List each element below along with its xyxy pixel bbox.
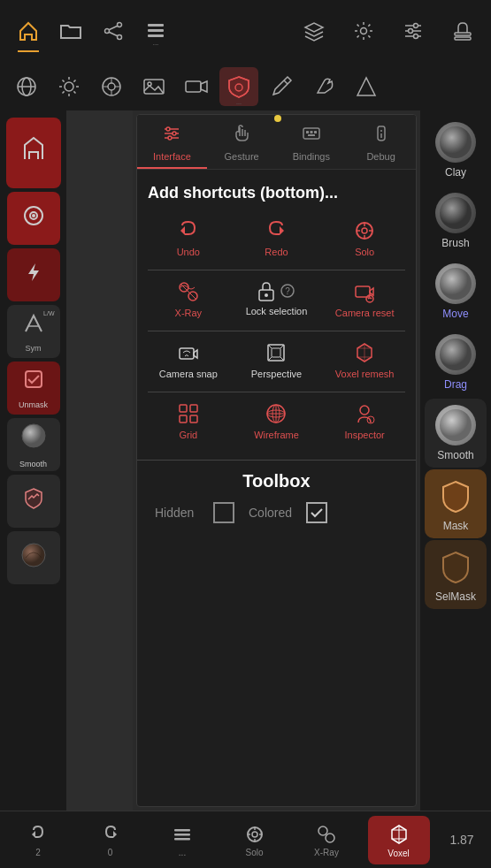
svg-rect-99 [174, 834, 190, 836]
brush-right-btn[interactable]: Brush [425, 187, 487, 255]
svg-point-2 [118, 35, 122, 40]
voxel-remesh-label: Voxel remesh [335, 369, 395, 379]
svg-text:?: ? [286, 286, 291, 296]
shortcut-solo[interactable]: Solo [324, 213, 405, 263]
sphere-left-btn[interactable] [7, 531, 60, 584]
tab-debug[interactable]: Debug [346, 115, 416, 169]
top-toolbar-right [296, 13, 480, 49]
layers-stack-icon[interactable] [296, 13, 332, 49]
svg-rect-15 [455, 33, 471, 35]
lock-selection-label: Lock selection [246, 306, 308, 316]
svg-point-70 [265, 293, 268, 297]
shortcut-redo[interactable]: Redo [236, 213, 318, 263]
svg-rect-100 [174, 838, 190, 841]
globe-tool-btn[interactable] [7, 67, 46, 106]
redo-bottom-btn[interactable]: 0 [80, 816, 142, 864]
undo-bottom-btn[interactable]: 2 [7, 816, 69, 864]
filter-sliders-icon[interactable] [395, 13, 431, 49]
brush-label: Brush [441, 237, 469, 249]
menu-bottom-btn[interactable]: ... [151, 816, 213, 864]
voxel-bottom-btn[interactable]: Voxel [368, 816, 430, 864]
xray-bottom-btn[interactable]: X-Ray [295, 816, 357, 864]
shortcut-camera-snap[interactable]: Camera snap [148, 335, 229, 385]
svg-rect-35 [144, 80, 164, 94]
toolbox-title: Toolbox [148, 471, 405, 491]
settings-gear-icon[interactable] [346, 13, 381, 49]
shortcut-camera-reset[interactable]: Camera reset [324, 274, 405, 324]
shortcut-undo[interactable]: Undo [148, 213, 229, 263]
pen-tool-btn[interactable] [262, 67, 301, 106]
svg-point-91 [360, 406, 369, 415]
video-tool-btn[interactable] [177, 67, 216, 106]
layers-icon[interactable]: ... [138, 13, 173, 49]
mask-edit-left-btn[interactable] [7, 475, 60, 528]
shortcuts-row-3: Camera snap Perspective [148, 335, 405, 385]
svg-point-102 [252, 832, 257, 837]
bottom-toolbar: 2 0 ... Solo X-Ray [0, 811, 491, 868]
shortcuts-section: Add shortcuts (bottom)... Undo [137, 170, 416, 460]
svg-line-39 [284, 80, 288, 84]
shortcut-perspective[interactable]: Perspective [236, 335, 318, 385]
svg-rect-16 [455, 37, 471, 40]
shortcut-voxel-remesh[interactable]: Voxel remesh [324, 335, 405, 385]
svg-rect-7 [148, 34, 164, 37]
bindings-tab-icon [302, 124, 321, 148]
tab-interface[interactable]: Interface [137, 115, 207, 169]
unmask-left-btn[interactable]: Unmask [7, 362, 60, 415]
solo-bottom-btn[interactable]: Solo [224, 816, 286, 864]
selmask-right-btn[interactable]: SelMask [425, 540, 487, 609]
solo-label: Solo [355, 247, 374, 257]
svg-line-26 [73, 91, 75, 93]
debug-tab-icon [372, 124, 391, 148]
folder-icon[interactable] [53, 13, 88, 49]
top-red-btn[interactable] [6, 118, 61, 188]
tool-tool-btn[interactable] [304, 67, 343, 106]
redo-count: 0 [108, 848, 113, 857]
smooth-right-label: Smooth [437, 449, 473, 461]
mask-right-btn[interactable]: Mask [425, 469, 487, 538]
colored-checkbox[interactable] [306, 502, 327, 523]
tab-bindings[interactable]: Bindings [277, 115, 347, 169]
voxel-bottom-label: Voxel [387, 849, 409, 858]
svg-point-0 [105, 29, 110, 34]
mountain-tool-btn[interactable] [347, 67, 386, 106]
tab-gesture[interactable]: Gesture [207, 115, 277, 169]
hidden-checkbox[interactable] [213, 502, 234, 523]
drag-right-btn[interactable]: Drag [425, 328, 487, 397]
stamp-icon[interactable] [445, 13, 480, 49]
toolbox-options-row: Hidden Colored [148, 502, 405, 523]
shortcut-grid[interactable]: Grid [148, 396, 229, 445]
colored-label: Colored [249, 506, 292, 520]
svg-rect-77 [272, 348, 280, 357]
home-icon[interactable] [11, 13, 46, 49]
sun-tool-btn[interactable] [50, 67, 88, 106]
smooth-right-btn[interactable]: Smooth [425, 399, 487, 468]
shortcuts-title: Add shortcuts (bottom)... [148, 184, 405, 202]
share-icon[interactable] [96, 13, 131, 49]
drag-label: Drag [444, 378, 467, 391]
sym-left-btn[interactable]: L/W Sym [7, 305, 60, 358]
move-right-btn[interactable]: Move [425, 257, 487, 326]
svg-point-95 [440, 268, 472, 300]
shortcut-lock-selection[interactable]: ? Lock selection [236, 274, 318, 324]
radial-left-btn[interactable] [7, 192, 60, 245]
svg-point-12 [414, 24, 418, 28]
version-display: 1.87 [440, 833, 484, 847]
shield-tool-btn[interactable]: ... [219, 67, 258, 106]
shortcut-xray[interactable]: X-Ray [148, 274, 229, 324]
shortcuts-row-1: Undo Redo [148, 213, 405, 263]
svg-point-108 [326, 834, 334, 842]
move-label: Move [442, 308, 468, 320]
image-tool-btn[interactable] [134, 67, 173, 106]
smooth-left-btn[interactable]: Smooth [7, 418, 60, 471]
divider-3 [148, 392, 405, 392]
inspector-label: Inspector [345, 430, 385, 440]
lightning-left-btn[interactable] [7, 248, 60, 301]
aperture-tool-btn[interactable] [92, 67, 131, 106]
svg-point-96 [440, 339, 472, 370]
shortcut-wireframe[interactable]: Wireframe [236, 396, 318, 445]
top-toolbar-left: ... [11, 13, 173, 49]
mask-label: Mask [443, 520, 469, 532]
clay-right-btn[interactable]: Clay [425, 116, 487, 185]
shortcut-inspector[interactable]: Inspector [324, 396, 405, 445]
